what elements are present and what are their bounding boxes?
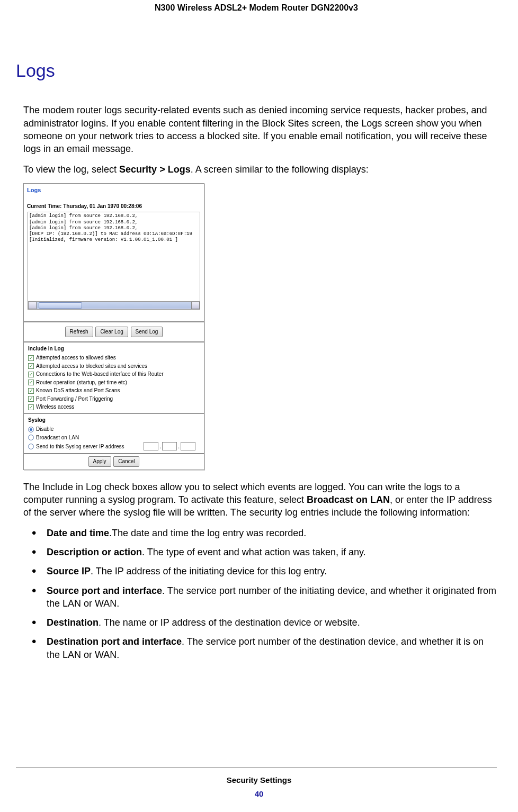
ss-include-option: ✓ Port Forwarding / Port Triggering xyxy=(24,395,204,403)
field-desc: . The IP address of the initiating devic… xyxy=(91,566,327,576)
radio-icon[interactable] xyxy=(28,444,34,449)
send-log-button[interactable]: Send Log xyxy=(131,327,163,337)
ss-ip-octet-input[interactable] xyxy=(162,442,177,450)
checkbox-icon[interactable]: ✓ xyxy=(28,388,34,394)
clear-log-button[interactable]: Clear Log xyxy=(95,327,128,337)
ss-horizontal-scrollbar[interactable] xyxy=(28,302,200,310)
ss-syslog-heading: Syslog xyxy=(24,414,204,426)
ss-log-line: [admin login] from source 192.168.0.2, xyxy=(29,220,199,225)
cancel-button[interactable]: Cancel xyxy=(113,456,139,467)
log-fields-list: Date and time.The date and time the log … xyxy=(23,527,497,667)
checkbox-icon[interactable]: ✓ xyxy=(28,380,34,385)
ss-syslog-label: Broadcast on LAN xyxy=(36,434,79,441)
field-name: Destination xyxy=(47,617,99,628)
dot-separator: . xyxy=(178,443,180,450)
ss-syslog-label: Disable xyxy=(36,426,53,433)
ss-ip-octet-input[interactable] xyxy=(144,442,158,450)
page-footer: Security Settings 40 xyxy=(0,767,518,800)
field-name: Source IP xyxy=(47,566,91,576)
ss-log-line: [Initialized, firmware version: V1.1.00.… xyxy=(29,237,199,243)
p3-text-b: Broadcast on LAN xyxy=(307,494,390,505)
p2-text-a: To view the log, select xyxy=(23,164,119,175)
intro-paragraph-1: The modem router logs security-related e… xyxy=(23,104,497,155)
ss-include-option: ✓ Attempted access to blocked sites and … xyxy=(24,362,204,371)
ss-include-label: Port Forwarding / Port Triggering xyxy=(36,395,113,403)
ss-panel-title: Logs xyxy=(24,184,204,203)
ss-include-option: ✓ Wireless access xyxy=(24,403,204,413)
ss-include-label: Attempted access to allowed sites xyxy=(36,354,116,362)
ss-include-option: ✓ Router operation (startup, get time et… xyxy=(24,378,204,387)
ss-include-label: Wireless access xyxy=(36,403,74,411)
field-destination-port-interface: Destination port and interface. The serv… xyxy=(31,635,497,667)
ss-include-label: Known DoS attacks and Port Scans xyxy=(36,387,120,394)
field-destination: Destination. The name or IP address of t… xyxy=(31,616,497,635)
field-description-action: Description or action. The type of event… xyxy=(31,546,497,565)
ss-scroll-right-button[interactable] xyxy=(191,302,200,309)
field-source-ip: Source IP. The IP address of the initiat… xyxy=(31,565,497,584)
footer-rule xyxy=(16,767,497,768)
field-name: Description or action xyxy=(47,547,142,557)
ss-include-label: Connections to the Web-based interface o… xyxy=(36,371,164,378)
ss-current-time: Current Time: Thursday, 01 Jan 1970 00:2… xyxy=(24,203,204,212)
intro-paragraph-2: To view the log, select Security > Logs.… xyxy=(23,163,497,176)
field-desc: . The type of event and what action was … xyxy=(142,547,366,557)
ss-log-line: [DHCP IP: (192.168.0.2)] to MAC address … xyxy=(29,231,199,237)
ss-ip-field-group: . . xyxy=(144,442,195,450)
ss-include-label: Router operation (startup, get time etc) xyxy=(36,379,127,386)
field-source-port-interface: Source port and interface. The service p… xyxy=(31,584,497,617)
checkbox-icon[interactable]: ✓ xyxy=(28,404,34,410)
field-name: Destination port and interface xyxy=(47,636,182,647)
ss-include-in-log-heading: Include in Log xyxy=(24,342,204,354)
document-header: N300 Wireless ADSL2+ Modem Router DGN220… xyxy=(16,0,497,14)
ss-scroll-left-button[interactable] xyxy=(28,302,37,309)
page-title: Logs xyxy=(16,59,497,83)
checkbox-icon[interactable]: ✓ xyxy=(28,363,34,369)
field-desc: .The date and time the log entry was rec… xyxy=(109,528,306,538)
checkbox-icon[interactable]: ✓ xyxy=(28,355,34,361)
p2-nav-path: Security > Logs xyxy=(119,164,191,175)
logs-screenshot: Logs Current Time: Thursday, 01 Jan 1970… xyxy=(23,183,204,470)
field-name: Source port and interface xyxy=(47,585,162,596)
ss-ip-octet-input[interactable] xyxy=(181,442,195,450)
ss-syslog-label: Send to this Syslog server IP address xyxy=(36,443,124,450)
ss-syslog-option-sendto: Send to this Syslog server IP address . … xyxy=(24,441,204,453)
dot-separator: . xyxy=(159,443,161,450)
ss-scroll-track[interactable] xyxy=(37,302,191,309)
footer-page-number: 40 xyxy=(0,789,518,799)
ss-log-line: [admin login] from source 192.168.0.2, xyxy=(29,213,199,219)
ss-include-option: ✓ Known DoS attacks and Port Scans xyxy=(24,386,204,395)
checkbox-icon[interactable]: ✓ xyxy=(28,396,34,402)
ss-log-line: [admin login] from source 192.168.0.2, xyxy=(29,225,199,231)
footer-section-name: Security Settings xyxy=(0,775,518,786)
radio-icon[interactable] xyxy=(28,435,34,440)
p2-text-c: . A screen similar to the following disp… xyxy=(191,164,369,175)
ss-syslog-option-broadcast: Broadcast on LAN xyxy=(24,434,204,442)
ss-scroll-thumb[interactable] xyxy=(39,302,82,309)
include-in-log-paragraph: The Include in Log check boxes allow you… xyxy=(23,481,497,519)
ss-include-label: Attempted access to blocked sites and se… xyxy=(36,363,147,370)
ss-form-button-row: Apply Cancel xyxy=(24,454,204,470)
field-name: Date and time xyxy=(47,528,109,538)
field-desc: . The name or IP address of the destinat… xyxy=(99,617,360,628)
refresh-button[interactable]: Refresh xyxy=(65,327,93,337)
field-date-time: Date and time.The date and time the log … xyxy=(31,527,497,546)
ss-include-option: ✓ Connections to the Web-based interface… xyxy=(24,370,204,378)
ss-action-button-row: Refresh Clear Log Send Log xyxy=(24,322,204,341)
checkbox-icon[interactable]: ✓ xyxy=(28,372,34,377)
ss-log-output[interactable]: [admin login] from source 192.168.0.2, [… xyxy=(28,212,200,302)
ss-syslog-option-disable: Disable xyxy=(24,425,204,434)
ss-include-option: ✓ Attempted access to allowed sites xyxy=(24,354,204,362)
apply-button[interactable]: Apply xyxy=(88,456,111,467)
radio-icon[interactable] xyxy=(28,427,34,432)
